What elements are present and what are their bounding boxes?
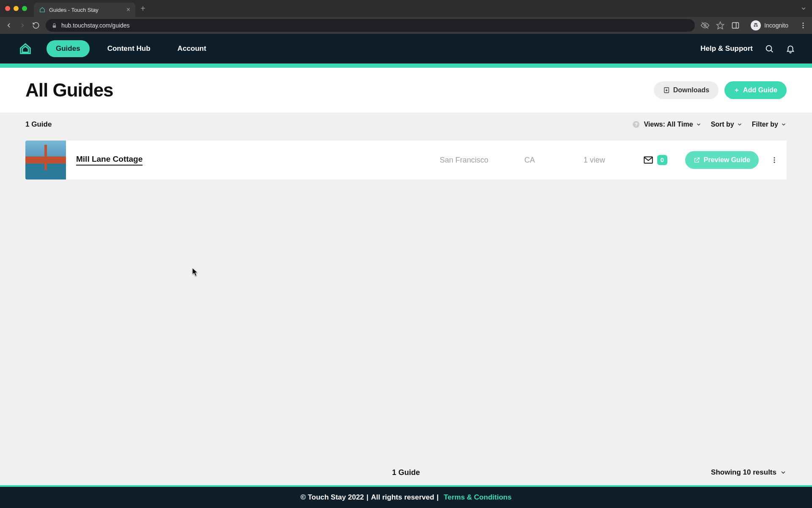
- add-guide-label: Add Guide: [743, 86, 777, 94]
- window-minimize[interactable]: [14, 6, 19, 11]
- svg-point-17: [774, 157, 775, 158]
- downloads-button[interactable]: Downloads: [654, 81, 719, 99]
- footer-copyright: © Touch Stay 2022: [300, 493, 364, 502]
- svg-line-12: [771, 50, 773, 52]
- svg-point-18: [774, 160, 775, 161]
- svg-point-9: [803, 25, 804, 26]
- guide-thumbnail[interactable]: [25, 141, 66, 179]
- tab-close-icon[interactable]: ×: [126, 6, 130, 14]
- header-actions: Downloads Add Guide: [654, 81, 787, 99]
- add-guide-button[interactable]: Add Guide: [724, 81, 787, 99]
- app-root: Guides Content Hub Account Help & Suppor…: [0, 34, 812, 508]
- svg-point-19: [774, 162, 775, 163]
- views-dropdown[interactable]: ? Views: All Time: [633, 121, 701, 128]
- guide-state: CA: [524, 156, 584, 165]
- window-maximize[interactable]: [22, 6, 27, 11]
- svg-point-7: [756, 25, 758, 27]
- nav-item-account[interactable]: Account: [168, 40, 216, 57]
- list-controls: 1 Guide ? Views: All Time Sort by Filter…: [0, 113, 812, 136]
- terms-link[interactable]: Terms & Conditions: [444, 493, 511, 502]
- nav-item-guides[interactable]: Guides: [47, 40, 90, 57]
- forward-button[interactable]: [19, 22, 26, 29]
- filter-label: Filter by: [752, 121, 778, 128]
- svg-point-6: [754, 25, 756, 27]
- browser-tab[interactable]: Guides - Touch Stay ×: [34, 3, 135, 17]
- svg-rect-4: [732, 22, 739, 28]
- download-icon: [663, 87, 670, 94]
- mail-icon: [643, 155, 654, 166]
- help-icon: ?: [633, 121, 639, 128]
- footer-count: 1 Guide: [392, 468, 420, 477]
- help-support-link[interactable]: Help & Support: [700, 44, 753, 53]
- tab-title: Guides - Touch Stay: [49, 7, 123, 13]
- svg-point-11: [766, 46, 772, 51]
- sort-dropdown[interactable]: Sort by: [711, 121, 743, 128]
- filter-dropdown[interactable]: Filter by: [752, 121, 787, 128]
- guide-views: 1 view: [584, 156, 643, 165]
- guide-row: Mill Lane Cottage San Francisco CA 1 vie…: [25, 141, 787, 179]
- preview-guide-button[interactable]: Preview Guide: [685, 151, 759, 169]
- search-icon[interactable]: [765, 44, 774, 53]
- nav-right: Help & Support: [700, 44, 795, 53]
- footer-rights: All rights reserved: [371, 493, 434, 502]
- accent-bar: [0, 64, 812, 68]
- preview-label: Preview Guide: [704, 156, 750, 164]
- nav-item-content-hub[interactable]: Content Hub: [98, 40, 160, 57]
- lock-icon: [52, 23, 57, 28]
- star-icon[interactable]: [716, 21, 724, 30]
- guide-list: Mill Lane Cottage San Francisco CA 1 vie…: [0, 136, 812, 460]
- back-button[interactable]: [5, 22, 13, 29]
- guide-mail[interactable]: 0: [643, 155, 685, 166]
- svg-point-8: [803, 22, 804, 24]
- svg-point-10: [803, 27, 804, 28]
- results-label: Showing 10 results: [711, 468, 776, 477]
- browser-url-bar: hub.touchstay.com/guides Incognito: [0, 17, 812, 34]
- logo[interactable]: [17, 40, 34, 57]
- url-field[interactable]: hub.touchstay.com/guides: [46, 19, 695, 32]
- reload-button[interactable]: [32, 22, 40, 29]
- browser-tab-bar: Guides - Touch Stay × +: [0, 0, 812, 17]
- incognito-label: Incognito: [764, 22, 788, 29]
- results-per-page[interactable]: Showing 10 results: [711, 468, 787, 477]
- plus-icon: [734, 87, 740, 93]
- chevron-down-icon: [781, 121, 787, 127]
- chevron-down-icon: [780, 469, 787, 476]
- top-nav: Guides Content Hub Account Help & Suppor…: [0, 34, 812, 64]
- page-title: All Guides: [25, 80, 113, 101]
- incognito-badge[interactable]: Incognito: [746, 19, 793, 32]
- guide-count: 1 Guide: [25, 120, 52, 129]
- external-link-icon: [694, 157, 700, 163]
- chevron-down-icon: [737, 121, 743, 127]
- page-header: All Guides Downloads Add Guide: [0, 68, 812, 113]
- chevron-down-icon: [696, 121, 702, 127]
- tab-favicon-icon: [39, 6, 46, 13]
- new-tab-button[interactable]: +: [140, 4, 145, 14]
- control-group: ? Views: All Time Sort by Filter by: [633, 121, 787, 128]
- guide-city: San Francisco: [440, 156, 524, 165]
- window-controls: [5, 6, 27, 11]
- list-footer: 1 Guide Showing 10 results: [0, 460, 812, 485]
- panel-icon[interactable]: [731, 21, 740, 30]
- url-text: hub.touchstay.com/guides: [61, 22, 130, 29]
- site-footer: © Touch Stay 2022 | All rights reserved …: [0, 487, 812, 508]
- row-more-icon[interactable]: [771, 156, 778, 164]
- views-label: Views: All Time: [644, 121, 693, 128]
- mail-count-badge: 0: [657, 155, 667, 165]
- svg-rect-0: [53, 25, 56, 27]
- sort-label: Sort by: [711, 121, 734, 128]
- window-close[interactable]: [5, 6, 10, 11]
- incognito-icon: [751, 20, 761, 30]
- bell-icon[interactable]: [786, 44, 795, 53]
- downloads-label: Downloads: [673, 86, 709, 94]
- tabs-dropdown-icon[interactable]: [800, 5, 807, 12]
- nav-items: Guides Content Hub Account: [47, 40, 216, 57]
- kebab-menu-icon[interactable]: [799, 22, 807, 29]
- eye-off-icon[interactable]: [701, 21, 709, 30]
- svg-marker-3: [717, 22, 724, 29]
- guide-name-link[interactable]: Mill Lane Cottage: [76, 155, 143, 166]
